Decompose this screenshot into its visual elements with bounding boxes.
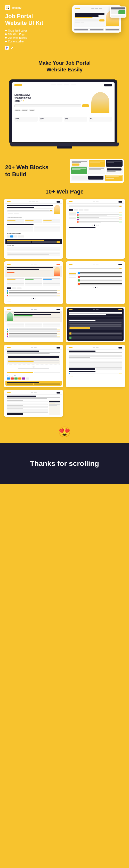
mini-company-row-4b [78,276,122,278]
mini-cv-line-7b [8,360,44,360]
laptop-mockup: Launch a newchapter in yourcareer ✦ Desi… [9,80,117,143]
mini-job-badge-5d [57,336,60,337]
mini-nav-item-18 [31,393,33,393]
mini-job-5b [7,331,60,333]
hero-tag-3: Manager [29,110,35,111]
mini-job-badge-5b [57,331,60,332]
mini-nav-item-7 [34,264,37,265]
thanks-section: Thanks for scrolling [0,443,129,484]
mini-companies-title-1: Jobs by amazing world best companies [5,232,62,235]
brand-logo: emploiy [5,5,69,10]
mini-form-field-8b [69,358,122,359]
mini-cv-label-9b [7,403,23,403]
mini-card-line-2 [25,220,42,220]
mini-nav-4 [67,263,124,266]
star-4-2 [70,290,71,290]
mini-nav-item-17 [96,347,98,348]
mini-stars-8 [67,375,124,378]
nav-link-2 [57,85,62,85]
mini-job-line-3a1 [9,290,57,290]
mini-nav-item-16 [93,347,95,348]
mini-cat-line-5c [43,324,60,324]
header-title: Job PortalWebsite UI Kit [5,13,69,27]
mini-logo-9 [7,392,10,393]
page-num-2d [97,224,99,226]
thanks-text: Thanks for scrolling [30,460,99,468]
star-4 [10,248,11,249]
mini-company-1e [21,236,24,238]
mini-form-actions-8 [69,368,122,370]
stat-label-1: Companies [15,119,37,121]
mini-search-1 [7,210,53,212]
mini-search-4 [69,268,122,269]
mini-job-line-5a2 [9,329,57,330]
laptop-section: Launch a newchapter in yourcareer ✦ Desi… [0,77,129,154]
page-card-4 [66,261,125,304]
stat-label-2: Jobs [40,119,61,121]
mini-company-card-4c [77,279,122,282]
web-pages-title: 10+ Web Page [4,188,125,195]
mini-form-cancel-8 [96,368,122,370]
mini-form-label-8a [69,355,90,355]
mini-form-field-8c [69,361,122,362]
mini-find-row-1 [7,241,60,243]
feature-item-4: Customizable [5,40,69,43]
page-card-3 [4,261,63,304]
mini-post-sub-8 [69,352,122,353]
mini-job-logo-8a [69,373,70,374]
hero-person-image [91,92,110,113]
mini-rating-4 [69,290,122,290]
page-card-1: Free steps to find your dream job [4,199,63,259]
mini-cv-form-left-9 [7,400,48,415]
mini-stars-2 [7,252,59,253]
mini-filter-row-2 [67,209,124,211]
mini-title-5b [14,314,51,315]
mini-dark-card-line-6b1 [72,337,122,337]
mini-actions-7 [5,371,62,374]
laptop-nav-logo [14,84,22,86]
mini-filter-row-3 [5,287,62,289]
mini-cat-line-3a [7,278,24,279]
mini-title-6a [69,312,122,314]
mini-job-line-5a1 [9,329,57,329]
mini-subtitle-bar-1a [7,209,53,209]
mini-cat-grid-5 [5,322,62,328]
mini-cv-line-7a [8,359,59,359]
mini-company-text-4c [80,280,122,281]
mini-companies-1 [5,235,62,238]
laptop-hero-text: Launch a newchapter in yourcareer ✦ Desi… [14,94,89,111]
mini-nav-item-2 [32,202,35,202]
emoji-section: 😍 [0,421,129,443]
feature-item-3: 20+ Web Blocks [5,36,69,39]
stat-card-3: 1M+ Candidates [64,117,87,122]
mini-search-inner-2 [70,206,119,207]
mini-post-header-8 [67,349,124,354]
mini-nav-items-1 [29,202,38,202]
mini-list-line-2a2 [79,213,103,213]
mini-list-text-2c [79,217,119,218]
mini-cat-accent-5a [7,325,15,325]
mini-badge-2a [119,212,122,213]
mini-job-line-5c1 [9,333,57,334]
mini-job-badge-5a [57,329,60,330]
mini-upload-text-7 [18,368,49,369]
mini-search-section-4 [67,266,124,271]
laptop-nav-button [104,84,112,86]
mini-cat-3a [7,278,24,282]
nav-link-1 [51,85,56,85]
mini-company-row-4a [78,272,122,274]
mini-fc-line-1 [8,227,33,227]
page-num-2a [92,224,93,226]
mini-nav-9 [5,392,62,395]
mini-cv-line-7d [8,362,59,363]
mini-cat-accent-3c [43,279,52,280]
page-num-4b [95,287,96,288]
mini-filter-item-2a [69,212,76,212]
mini-preview-title-8 [69,371,95,372]
mini-cat-5a [7,323,24,327]
laptop-stats: 500+ Companies 10k+ Jobs 1M+ Candidates … [12,117,115,124]
header-right [72,5,124,33]
mini-cv-form-9 [5,400,62,415]
mini-left-filter-2 [69,212,76,223]
brand-logo-icon [5,5,10,10]
